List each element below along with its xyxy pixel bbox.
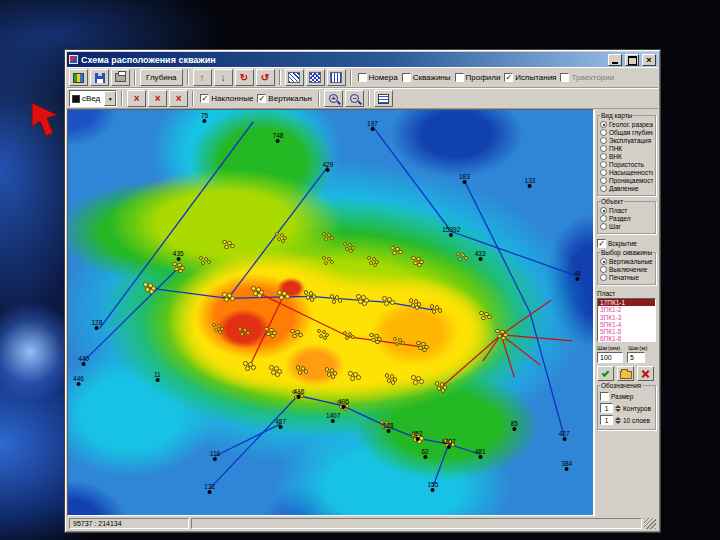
well-marker[interactable]: 132 — [204, 484, 215, 494]
well-marker[interactable]: 452 — [412, 431, 423, 441]
radio-option[interactable]: ВНК — [600, 153, 653, 160]
well-marker[interactable]: 440 — [78, 356, 89, 366]
well-cluster[interactable] — [330, 294, 342, 306]
well-marker[interactable]: 133 — [525, 178, 536, 188]
radio-option[interactable]: Эксплуатация — [600, 137, 653, 144]
well-marker[interactable]: 85 — [511, 421, 518, 431]
radio-option[interactable]: Выключение — [600, 266, 653, 273]
toolbar-checkbox[interactable]: Номера — [358, 73, 398, 82]
layer-color-combo[interactable]: сВед ▼ — [69, 90, 117, 107]
minimize-button[interactable] — [608, 54, 622, 66]
well-marker[interactable]: 748 — [273, 133, 284, 143]
radio-option[interactable]: Насыщенность — [600, 169, 653, 176]
hatch-cross-button[interactable] — [306, 69, 325, 86]
toolbar-checkbox[interactable]: ✓Испытания — [504, 73, 556, 82]
spinner-value[interactable]: 1 — [600, 415, 613, 425]
well-cluster[interactable] — [393, 337, 405, 349]
layer-list-item[interactable]: 6ПК1-6 — [598, 335, 655, 342]
well-cluster[interactable] — [435, 381, 447, 393]
well-marker[interactable]: 416 — [294, 389, 305, 399]
well-cluster[interactable] — [238, 327, 250, 339]
hatch-vertical-button[interactable] — [327, 69, 346, 86]
maximize-button[interactable] — [625, 54, 639, 66]
window-titlebar[interactable]: Схема расположения скважин × — [67, 52, 658, 67]
well-map-canvas[interactable]: 7574819742918313315392433484351284404461… — [67, 109, 594, 516]
depth-button[interactable]: Глубина — [140, 69, 183, 86]
size-checkbox[interactable]: Размер — [600, 392, 653, 401]
toolbar-checkbox[interactable]: Траектории — [560, 73, 614, 82]
well-cluster[interactable] — [495, 329, 507, 341]
radio-option[interactable]: Общая глубина — [600, 129, 653, 136]
well-marker[interactable]: 155 — [427, 482, 438, 492]
radio-option[interactable]: Раздел — [600, 215, 653, 222]
cut-well-button[interactable]: × — [127, 90, 146, 107]
print-button[interactable] — [111, 69, 130, 86]
well-marker[interactable]: 197 — [367, 121, 378, 131]
well-marker[interactable]: 429 — [322, 162, 333, 172]
well-marker[interactable]: 116 — [210, 451, 220, 461]
well-marker[interactable]: 4207 — [441, 439, 455, 449]
well-cluster[interactable] — [369, 333, 381, 345]
layer-list-item[interactable]: 3ПК1-2 — [598, 306, 655, 313]
radio-option[interactable]: Давление — [600, 185, 653, 192]
well-cluster[interactable] — [290, 329, 302, 341]
well-marker[interactable]: 15392 — [442, 227, 460, 237]
well-cluster[interactable] — [322, 256, 334, 268]
layer-list-item[interactable]: 3ПК1-3 — [598, 314, 655, 321]
well-cluster[interactable] — [304, 290, 316, 302]
well-marker[interactable]: 1407 — [326, 413, 340, 423]
zoom-in-button[interactable]: + — [324, 90, 343, 107]
well-marker[interactable]: 405 — [338, 399, 349, 409]
layer-list-item[interactable]: 17ПК1-1 — [598, 299, 655, 306]
radio-option[interactable]: ПНК — [600, 145, 653, 152]
well-cluster[interactable] — [456, 252, 468, 264]
well-cluster[interactable] — [317, 329, 329, 341]
well-cluster[interactable] — [269, 365, 281, 377]
well-cluster[interactable] — [172, 262, 184, 274]
well-marker[interactable]: 11 — [154, 372, 161, 382]
toolbar-checkbox[interactable]: Профили — [455, 73, 501, 82]
well-cluster[interactable] — [243, 361, 255, 373]
well-cluster[interactable] — [222, 240, 234, 252]
delete-profile-button[interactable]: × — [148, 90, 167, 107]
layer-list-item[interactable]: 5ПК1-4 — [598, 321, 655, 328]
well-cluster[interactable] — [343, 242, 355, 254]
close-button[interactable]: × — [642, 54, 656, 66]
well-marker[interactable]: 138 — [383, 423, 394, 433]
well-marker[interactable]: 427 — [559, 431, 570, 441]
erase-button[interactable]: × — [169, 90, 188, 107]
well-cluster[interactable] — [430, 304, 442, 316]
toolbar-checkbox[interactable]: ✓Вертикальн — [257, 94, 312, 103]
spin-down-icon[interactable] — [615, 409, 621, 412]
well-cluster[interactable] — [322, 232, 334, 244]
well-cluster[interactable] — [325, 367, 337, 379]
spin-up-icon[interactable] — [615, 405, 621, 408]
hatch-diagonal-button[interactable] — [285, 69, 304, 86]
toolbar-checkbox[interactable]: ✓Наклонные — [200, 94, 253, 103]
well-cluster[interactable] — [199, 256, 211, 268]
well-cluster[interactable] — [411, 375, 423, 387]
radio-option[interactable]: Печатные — [600, 274, 653, 281]
spin-up-icon[interactable] — [615, 417, 621, 420]
well-cluster[interactable] — [390, 246, 402, 258]
well-cluster[interactable] — [416, 341, 428, 353]
well-cluster[interactable] — [143, 282, 155, 294]
well-marker[interactable]: 75 — [201, 113, 208, 123]
grid-view-button[interactable] — [374, 90, 393, 107]
well-marker[interactable]: 435 — [173, 251, 184, 261]
well-marker[interactable]: 487 — [275, 419, 286, 429]
well-cluster[interactable] — [277, 290, 289, 302]
well-cluster[interactable] — [212, 323, 224, 335]
rotate-cw-button[interactable]: ↻ — [235, 69, 254, 86]
well-cluster[interactable] — [382, 296, 394, 308]
radio-option[interactable]: Вертикальные — [600, 258, 653, 265]
well-cluster[interactable] — [409, 298, 421, 310]
radio-option[interactable]: Пористость — [600, 161, 653, 168]
layer-list-item[interactable]: 5ПК1-5 — [598, 328, 655, 335]
layer-list[interactable]: 17ПК1-13ПК1-23ПК1-35ПК1-45ПК1-56ПК1-6 — [597, 298, 656, 342]
spinner-arrows[interactable] — [615, 405, 621, 412]
well-cluster[interactable] — [343, 331, 355, 343]
well-cluster[interactable] — [367, 256, 379, 268]
step-mm-input[interactable] — [597, 352, 623, 363]
well-marker[interactable]: 128 — [91, 320, 102, 330]
